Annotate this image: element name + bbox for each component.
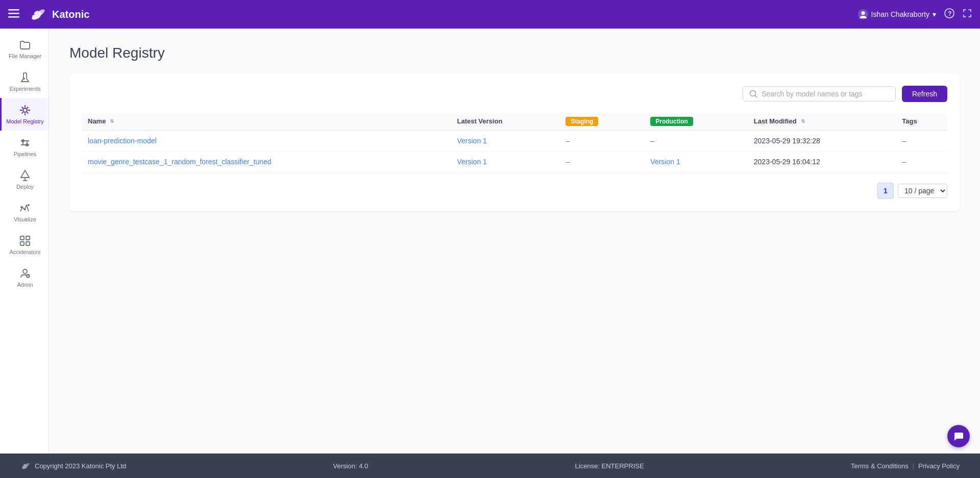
sidebar-label-visualize: Visualize <box>14 216 36 222</box>
col-staging: Staging <box>559 112 644 131</box>
pagination: 1 10 / page20 / page50 / page <box>82 183 947 199</box>
cell-name: loan-prediction-model <box>82 131 451 152</box>
svg-point-3 <box>33 14 35 15</box>
user-avatar-icon <box>858 9 868 19</box>
sort-modified-icon[interactable]: ⇅ <box>801 118 805 124</box>
svg-rect-23 <box>26 242 30 245</box>
svg-point-17 <box>21 207 22 208</box>
sidebar-item-experiments[interactable]: Experiments <box>0 65 48 98</box>
col-production: Production <box>644 112 747 131</box>
terms-conditions-link[interactable]: Terms & Conditions <box>851 462 909 470</box>
cell-latest-version: Version 1 <box>451 152 559 172</box>
cell-last-modified: 2023-05-29 16:04:12 <box>748 152 896 172</box>
admin-icon <box>19 267 31 280</box>
cell-staging: – <box>559 152 644 172</box>
sidebar-item-pipelines[interactable]: Pipelines <box>0 131 48 163</box>
pipelines-icon <box>19 137 31 149</box>
sidebar-item-visualize[interactable]: Visualize <box>0 196 48 229</box>
svg-point-24 <box>23 269 27 273</box>
cell-last-modified: 2023-05-29 19:32:28 <box>748 131 896 152</box>
svg-rect-1 <box>8 13 19 14</box>
svg-point-18 <box>24 209 26 210</box>
user-name: Ishan Chakraborty <box>871 10 929 18</box>
sidebar-label-admin: Admin <box>17 282 33 288</box>
svg-point-9 <box>23 78 24 79</box>
user-menu[interactable]: Ishan Chakraborty ▾ <box>858 9 936 19</box>
user-dropdown-icon: ▾ <box>933 10 936 18</box>
staging-value: – <box>566 137 570 145</box>
sort-name-icon[interactable]: ⇅ <box>110 118 114 124</box>
main-content: Model Registry Refresh <box>49 29 980 454</box>
topnav-left: Katonic <box>8 4 89 24</box>
svg-rect-20 <box>20 236 24 240</box>
table-row: movie_genre_testcase_1_random_forest_cla… <box>82 152 947 172</box>
sidebar-label-experiments: Experiments <box>9 86 40 92</box>
footer-logo-icon <box>20 461 31 471</box>
footer-version: Version: 4.0 <box>333 462 369 470</box>
svg-rect-22 <box>20 242 24 245</box>
footer-left: Copyright 2023 Katonic Pty Ltd <box>20 461 126 471</box>
top-navigation: Katonic Ishan Chakraborty ▾ ? <box>0 0 980 29</box>
svg-point-5 <box>861 11 865 15</box>
svg-text:?: ? <box>948 10 951 17</box>
sidebar-item-model-registry[interactable]: Model Registry <box>0 98 48 131</box>
cell-tags: – <box>896 152 947 172</box>
svg-rect-0 <box>8 9 19 11</box>
page-1-button[interactable]: 1 <box>877 183 894 199</box>
svg-point-10 <box>23 108 27 112</box>
col-name: Name ⇅ <box>82 112 451 131</box>
sidebar-label-pipelines: Pipelines <box>14 151 37 157</box>
sidebar-label-accelerators: Accelerators <box>9 249 40 255</box>
sidebar-item-admin[interactable]: Admin <box>0 261 48 294</box>
footer-license: License: ENTERPRISE <box>575 462 644 470</box>
search-icon <box>749 90 757 98</box>
tags-value: – <box>902 137 906 145</box>
accelerators-icon <box>19 235 31 247</box>
sidebar-item-file-manager[interactable]: File Manager <box>0 33 48 65</box>
hamburger-menu-icon[interactable] <box>8 8 19 21</box>
table-row: loan-prediction-modelVersion 1––2023-05-… <box>82 131 947 152</box>
deploy-icon <box>19 169 31 182</box>
chat-button[interactable] <box>947 425 970 447</box>
search-input[interactable] <box>762 90 889 98</box>
col-tags: Tags <box>896 112 947 131</box>
refresh-button[interactable]: Refresh <box>902 86 947 102</box>
table-header-row: Name ⇅ Latest Version Staging Production <box>82 112 947 131</box>
cell-staging: – <box>559 131 644 152</box>
model-name-link[interactable]: loan-prediction-model <box>88 137 157 145</box>
production-value: – <box>650 137 654 145</box>
version-link[interactable]: Version 1 <box>457 137 486 145</box>
footer-right: Terms & Conditions | Privacy Policy <box>851 462 960 470</box>
file-manager-icon <box>19 39 31 51</box>
per-page-select[interactable]: 10 / page20 / page50 / page <box>898 184 947 198</box>
page-title: Model Registry <box>69 45 960 61</box>
svg-rect-21 <box>26 236 30 240</box>
sidebar-item-accelerators[interactable]: Accelerators <box>0 229 48 261</box>
cell-tags: – <box>896 131 947 152</box>
svg-rect-2 <box>8 16 19 18</box>
version-link[interactable]: Version 1 <box>457 158 486 166</box>
model-registry-icon <box>19 104 31 116</box>
footer-divider: | <box>913 462 914 470</box>
help-icon[interactable]: ? <box>944 8 954 21</box>
cell-production: Version 1 <box>644 152 747 172</box>
staging-badge: Staging <box>566 117 598 126</box>
visualize-icon <box>19 202 31 214</box>
experiments-icon <box>19 71 31 84</box>
app-logo[interactable]: Katonic <box>28 4 89 24</box>
sidebar-label-file-manager: File Manager <box>9 53 41 59</box>
production-version-link[interactable]: Version 1 <box>650 158 680 166</box>
model-name-link[interactable]: movie_genre_testcase_1_random_forest_cla… <box>88 158 272 166</box>
svg-line-27 <box>755 95 757 97</box>
svg-point-19 <box>28 205 29 206</box>
sidebar-item-deploy[interactable]: Deploy <box>0 163 48 196</box>
app-body: File Manager Experiments Model Registry <box>0 29 980 454</box>
privacy-policy-link[interactable]: Privacy Policy <box>918 462 960 470</box>
chat-icon <box>953 431 964 442</box>
model-registry-card: Refresh Name ⇅ Latest Version <box>69 73 960 211</box>
staging-value: – <box>566 158 570 166</box>
search-box[interactable] <box>743 86 896 102</box>
production-badge: Production <box>650 117 693 126</box>
col-last-modified: Last Modified ⇅ <box>748 112 896 131</box>
fullscreen-icon[interactable] <box>963 9 972 20</box>
